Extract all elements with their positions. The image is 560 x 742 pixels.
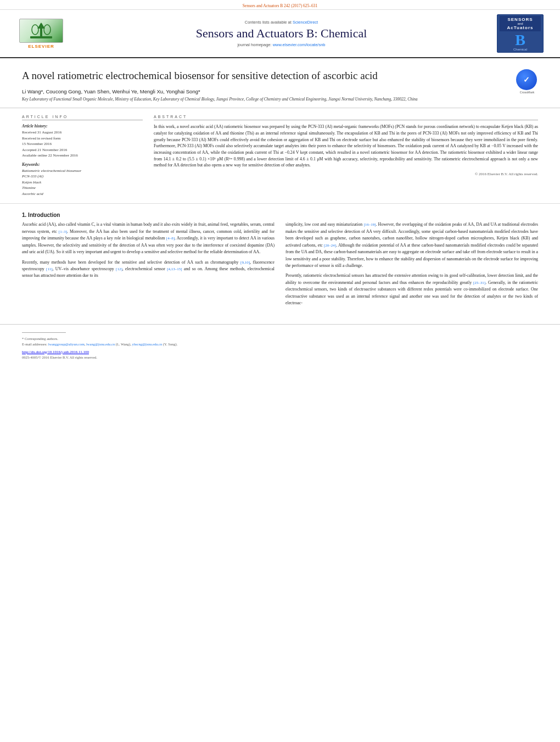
email-link-3[interactable]: yhscng@jxnu.edu.cn xyxy=(132,342,163,346)
corresponding-note: * Corresponding authors. xyxy=(22,336,538,342)
ref-11[interactable]: [11] xyxy=(46,267,52,271)
issn-line: 0925-4005/© 2016 Elsevier B.V. All right… xyxy=(22,355,538,359)
keyword-3: Ketjen black xyxy=(22,180,143,186)
keyword-2: PCN-333 (Al) xyxy=(22,174,143,180)
ref-20-24[interactable]: [20–24] xyxy=(324,243,336,248)
ref-4-13-15[interactable]: [4,13–15] xyxy=(167,267,182,271)
history-heading: Article history: xyxy=(22,124,143,129)
abstract-col: ABSTRACT In this work, a novel ascorbic … xyxy=(154,115,538,197)
received-revised-label: Received in revised form xyxy=(22,136,143,142)
doi-line: http://dx.doi.org/10.1016/j.snb.2016.11.… xyxy=(22,350,538,354)
journal-header: ELSEVIER Contents lists available at Sci… xyxy=(0,10,560,58)
copyright-line: © 2016 Elsevier B.V. All rights reserved… xyxy=(154,172,538,176)
page-wrapper: Sensors and Actuators B 242 (2017) 625–6… xyxy=(0,0,560,742)
accepted-date: Accepted 21 November 2016 xyxy=(22,147,143,153)
abstract-label: ABSTRACT xyxy=(154,115,538,120)
sciencedirect-link[interactable]: ScienceDirect xyxy=(293,20,318,25)
ref-16-19[interactable]: [16–19] xyxy=(363,222,376,227)
actuators-word: AcTuators xyxy=(501,25,540,30)
journal-reference: Sensors and Actuators B 242 (2017) 625–6… xyxy=(243,3,318,8)
keyword-1: Ratiometric electrochemical biosensor xyxy=(22,168,143,174)
footer-divider xyxy=(22,332,66,333)
ref-9-10[interactable]: [9,10] xyxy=(240,260,250,265)
content-list-text: Contents lists available at ScienceDirec… xyxy=(77,20,486,25)
section1-title: 1. Introduction xyxy=(22,212,538,218)
body-left-para1: Ascorbic acid (AA), also called vitamin … xyxy=(22,221,275,255)
received-revised-date: 15 November 2016 xyxy=(22,141,143,147)
sensors-logo-b: B xyxy=(515,32,525,48)
article-info-col: ARTICLE INFO Article history: Received 3… xyxy=(22,115,143,197)
available-online: Available online 22 November 2016 xyxy=(22,153,143,159)
ref-1-3[interactable]: [1–3] xyxy=(59,230,67,234)
keyword-4: Thionine xyxy=(22,185,143,191)
homepage-link[interactable]: www.elsevier.com/locate/snb xyxy=(273,42,326,47)
journal-name: Sensors and Actuators B: Chemical xyxy=(77,26,486,41)
authors-list: Li Wang*, Coucong Gong, Yuan Shen, Wenhu… xyxy=(22,88,538,94)
article-header: A novel ratiometric electrochemical bios… xyxy=(0,58,560,108)
crossmark-icon: ✓ CrossMark xyxy=(516,69,538,91)
svg-point-3 xyxy=(32,25,38,35)
received-date: Received 31 August 2016 xyxy=(22,130,143,136)
email-note: E-mail addresses: lwanggroup@aliyun.com,… xyxy=(22,342,538,347)
body-left-col: Ascorbic acid (AA), also called vitamin … xyxy=(22,221,275,310)
keywords-heading: Keywords: xyxy=(22,162,143,167)
keywords-group: Keywords: Ratiometric electrochemical bi… xyxy=(22,162,143,197)
sensors-logo-inner: SENSORS and AcTuators xyxy=(500,16,541,31)
affiliation: Key Laboratory of Functional Small Organ… xyxy=(22,97,538,103)
article-footer: * Corresponding authors. E-mail addresse… xyxy=(0,324,560,364)
article-title: A novel ratiometric electrochemical bios… xyxy=(22,69,538,83)
top-bar: Sensors and Actuators B 242 (2017) 625–6… xyxy=(0,0,560,10)
body-right-para1: simplicity, low cost and easy miniaturiz… xyxy=(285,221,538,269)
body-two-col: Ascorbic acid (AA), also called vitamin … xyxy=(22,221,538,310)
ref-4-8[interactable]: [4–8] xyxy=(166,236,175,241)
crossmark-logo: ✓ xyxy=(516,69,537,90)
abstract-text: In this work, a novel ascorbic acid (AA)… xyxy=(154,124,538,169)
body-right-col: simplicity, low cost and easy miniaturiz… xyxy=(285,221,538,310)
elsevier-wordmark: ELSEVIER xyxy=(28,44,54,49)
email-link-2[interactable]: lwang@jxnu.edu.cn xyxy=(86,342,115,346)
article-info-label: ARTICLE INFO xyxy=(22,115,143,120)
ref-25-31[interactable]: [25–31] xyxy=(473,281,485,285)
ref-12[interactable]: [12] xyxy=(116,267,122,271)
main-body: 1. Introduction Ascorbic acid (AA), also… xyxy=(0,204,560,319)
homepage-text: journal homepage: www.elsevier.com/locat… xyxy=(77,42,486,47)
sensors-logo-chemical: Chemical xyxy=(513,48,527,51)
info-abstract-section: ARTICLE INFO Article history: Received 3… xyxy=(0,108,560,204)
body-left-para2: Recently, many methods have been develop… xyxy=(22,259,275,280)
journal-title-center: Contents lists available at ScienceDirec… xyxy=(66,20,497,47)
article-history: Article history: Received 31 August 2016… xyxy=(22,124,143,159)
doi-link[interactable]: http://dx.doi.org/10.1016/j.snb.2016.11.… xyxy=(22,350,89,354)
sensors-word: SENSORS xyxy=(501,17,540,22)
keyword-5: Ascorbic acid xyxy=(22,191,143,197)
sensors-actuators-logo: SENSORS and AcTuators B Chemical xyxy=(497,14,544,53)
elsevier-logo: ELSEVIER xyxy=(16,19,66,49)
body-right-para2: Presently, ratiometric electrochemical s… xyxy=(285,272,538,306)
elsevier-logo-image xyxy=(19,19,63,43)
email-link-1[interactable]: lwanggroup@aliyun.com xyxy=(48,342,85,346)
svg-point-4 xyxy=(44,25,51,35)
